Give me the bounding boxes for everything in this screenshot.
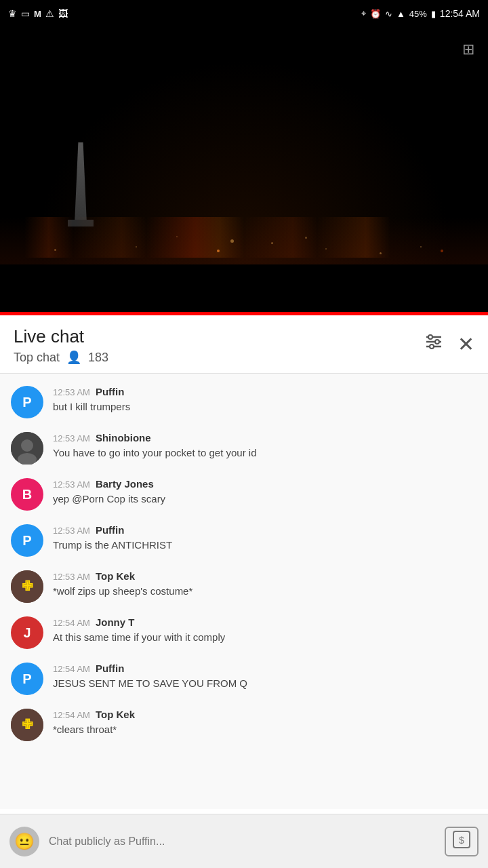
message-meta: 12:53 AM Top Kek <box>53 570 477 582</box>
avatar: P <box>11 524 43 557</box>
message-author: Barty Jones <box>96 478 154 490</box>
filter-button[interactable] <box>424 332 444 356</box>
svg-point-4 <box>435 340 439 344</box>
message-author: Top Kek <box>96 570 135 582</box>
folder-icon: ▭ <box>21 8 30 19</box>
message-text: but I kill trumpers <box>53 399 477 414</box>
message-content: 12:53 AM Puffin Trump is the ANTICHRIST <box>53 524 477 552</box>
message-meta: 12:54 AM Top Kek <box>53 709 477 720</box>
wifi-icon: ∿ <box>385 9 392 19</box>
top-chat-label[interactable]: Top chat <box>14 351 60 365</box>
status-bar-right: ⌖ ⏰ ∿ ▲ 45% ▮ 12:54 AM <box>361 8 480 19</box>
avatar: P <box>11 386 43 418</box>
message-time: 12:53 AM <box>53 526 90 536</box>
svg-text:$: $ <box>459 835 464 846</box>
svg-point-3 <box>428 335 432 339</box>
chat-messages-list: P 12:53 AM Puffin but I kill trumpers 12… <box>0 374 488 809</box>
avatar: ✙ <box>11 709 43 741</box>
viewer-count: 183 <box>88 351 108 365</box>
chat-message: ✙ 12:53 AM Top Kek *wolf zips up sheep's… <box>0 564 488 610</box>
video-player[interactable]: ⊞ <box>0 27 488 312</box>
warning-icon: ⚠ <box>45 8 54 19</box>
chat-header-left: Live chat Top chat 👤 183 <box>14 326 108 373</box>
message-text: JESUS SENT ME TO SAVE YOU FROM Q <box>53 676 477 690</box>
message-time: 12:54 AM <box>53 664 90 674</box>
chat-message: P 12:53 AM Puffin but I kill trumpers <box>0 379 488 425</box>
message-time: 12:53 AM <box>53 433 90 443</box>
message-time: 12:53 AM <box>53 387 90 397</box>
emoji-icon: 😐 <box>14 832 35 851</box>
status-bar-left: ♛ ▭ M ⚠ 🖼 <box>8 8 68 19</box>
message-text: Trump is the ANTICHRIST <box>53 538 477 552</box>
city-lights <box>0 217 488 258</box>
m-icon: M <box>34 9 41 19</box>
video-background: ⊞ <box>0 27 488 312</box>
crown-icon: ♛ <box>8 8 17 19</box>
message-content: 12:54 AM Puffin JESUS SENT ME TO SAVE YO… <box>53 663 477 690</box>
monument <box>75 142 87 224</box>
message-content: 12:53 AM Top Kek *wolf zips up sheep's c… <box>53 570 477 598</box>
message-time: 12:53 AM <box>53 572 90 582</box>
top-chat-row: Top chat 👤 183 <box>14 350 108 373</box>
svg-point-7 <box>21 439 33 452</box>
message-content: 12:54 AM Jonny T At this same time if yo… <box>53 616 477 644</box>
battery-icon: ▮ <box>431 9 436 19</box>
message-meta: 12:53 AM Puffin <box>53 386 477 397</box>
message-meta: 12:53 AM Barty Jones <box>53 478 477 490</box>
message-time: 12:53 AM <box>53 479 90 490</box>
signal-icon: ▲ <box>396 9 405 19</box>
chat-message: P 12:53 AM Puffin Trump is the ANTICHRIS… <box>0 517 488 564</box>
message-author: Puffin <box>96 386 125 397</box>
svg-text:✙: ✙ <box>22 717 33 732</box>
chat-input-area: 😐 $ <box>0 814 488 868</box>
avatar: ✙ <box>11 570 43 603</box>
message-text: At this same time if your with it comply <box>53 630 477 644</box>
avatar: P <box>11 663 43 695</box>
send-button[interactable]: $ <box>445 827 479 856</box>
message-meta: 12:53 AM Shinobione <box>53 432 477 443</box>
image-icon: 🖼 <box>58 8 68 19</box>
time-display: 12:54 AM <box>440 8 480 19</box>
viewer-icon: 👤 <box>66 350 81 365</box>
bluetooth-icon: ⌖ <box>361 8 366 19</box>
message-author: Puffin <box>96 524 125 536</box>
chat-header-right: ✕ <box>424 326 474 356</box>
message-content: 12:54 AM Top Kek *clears throat* <box>53 709 477 736</box>
message-meta: 12:54 AM Puffin <box>53 663 477 674</box>
chat-header: Live chat Top chat 👤 183 ✕ <box>0 315 488 374</box>
close-button[interactable]: ✕ <box>458 332 474 356</box>
message-content: 12:53 AM Shinobione You have to go into … <box>53 432 477 460</box>
message-meta: 12:53 AM Puffin <box>53 524 477 536</box>
chat-message: 12:53 AM Shinobione You have to go into … <box>0 425 488 471</box>
message-text: yep @Porn Cop its scary <box>53 492 477 506</box>
svg-point-5 <box>430 344 434 349</box>
avatar: B <box>11 478 43 511</box>
message-content: 12:53 AM Barty Jones yep @Porn Cop its s… <box>53 478 477 506</box>
message-content: 12:53 AM Puffin but I kill trumpers <box>53 386 477 414</box>
message-time: 12:54 AM <box>53 710 90 720</box>
video-settings-icon[interactable]: ⊞ <box>462 41 474 58</box>
message-author: Top Kek <box>96 709 135 720</box>
message-author: Puffin <box>96 663 125 674</box>
chat-message: ✙ 12:54 AM Top Kek *clears throat* <box>0 702 488 748</box>
chat-message: J 12:54 AM Jonny T At this same time if … <box>0 610 488 656</box>
message-text: *clears throat* <box>53 722 477 736</box>
chat-message: B 12:53 AM Barty Jones yep @Porn Cop its… <box>0 471 488 517</box>
status-bar: ♛ ▭ M ⚠ 🖼 ⌖ ⏰ ∿ ▲ 45% ▮ 12:54 AM <box>0 0 488 27</box>
svg-text:✙: ✙ <box>22 578 33 593</box>
battery-text: 45% <box>409 9 427 19</box>
message-text: You have to go into your pocket to get y… <box>53 446 477 460</box>
emoji-button[interactable]: 😐 <box>9 827 39 856</box>
message-author: Jonny T <box>96 616 135 628</box>
message-meta: 12:54 AM Jonny T <box>53 616 477 628</box>
message-text: *wolf zips up sheep's costume* <box>53 584 477 598</box>
chat-message: P 12:54 AM Puffin JESUS SENT ME TO SAVE … <box>0 656 488 702</box>
alarm-icon: ⏰ <box>370 9 381 19</box>
live-chat-title: Live chat <box>14 326 108 347</box>
message-author: Shinobione <box>96 432 151 443</box>
message-time: 12:54 AM <box>53 618 90 628</box>
send-icon: $ <box>452 830 471 852</box>
chat-input[interactable] <box>49 827 435 856</box>
avatar: J <box>11 616 43 649</box>
avatar <box>11 432 43 465</box>
